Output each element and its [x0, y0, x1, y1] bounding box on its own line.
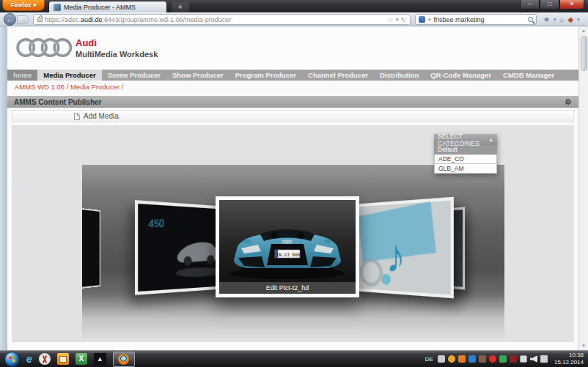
internet-explorer-icon[interactable]: e — [26, 353, 32, 365]
document-icon — [74, 113, 80, 120]
scrollbar-up-icon[interactable]: ▲ — [579, 26, 588, 35]
tray-volume-icon[interactable] — [530, 355, 537, 363]
carousel-card-center[interactable]: IN.GT 8002 Edit Pict-t2_hd — [216, 196, 359, 297]
new-tab-button[interactable]: + — [172, 2, 189, 12]
search-engine-caret-icon[interactable]: ▾ — [428, 17, 431, 23]
restore-button[interactable]: □ — [540, 0, 559, 10]
nav-item-scene-producer[interactable]: Scene Producer — [102, 70, 166, 81]
tray-app-green-icon[interactable] — [499, 355, 507, 363]
nav-item-cmdb-manager[interactable]: CMDB Manager — [497, 70, 560, 81]
bookmarks-menu-icon[interactable]: ★ — [543, 15, 550, 23]
tray-antivirus-icon[interactable] — [510, 355, 517, 363]
search-bar[interactable]: ▾ frisbee marketing — [415, 14, 537, 25]
url-domain: audi.de — [81, 16, 103, 23]
screen: Firefox ▾ Media Producer - AMMS + – □ × … — [0, 0, 588, 367]
tray-app-orange-icon[interactable] — [458, 355, 466, 363]
page-content: Audi MultiMedia Workdesk home Media Prod… — [7, 26, 578, 350]
caret-down-icon: ▾ — [33, 1, 36, 9]
nav-item-home[interactable]: home — [7, 70, 37, 81]
breadcrumb[interactable]: AMMS WD 1.06 / Media Producer / — [7, 81, 578, 93]
caret-up-icon: ▲ — [488, 137, 493, 142]
center-card-image: IN.GT 8002 — [219, 200, 356, 294]
tab-title: Media Producer - AMMS — [64, 4, 136, 11]
audi-rings-logo — [16, 35, 72, 60]
nav-item-program-producer[interactable]: Program Producer — [229, 70, 302, 81]
carousel-card-right[interactable]: ♪ — [352, 197, 454, 299]
firefox-menu-button[interactable]: Firefox ▾ — [2, 0, 45, 11]
scrollbar-down-icon[interactable]: ▼ — [579, 341, 588, 350]
firefox-taskbar-button[interactable] — [113, 352, 135, 367]
brand-subtitle: MultiMedia Workdesk — [76, 50, 158, 59]
toolbar-icons: ★ ▾ ⌂ ◆ ▾ — [543, 14, 580, 25]
browser-tab[interactable]: Media Producer - AMMS — [48, 1, 167, 12]
tray-app-red-icon[interactable] — [489, 355, 496, 363]
url-bar[interactable]: https://adec.audi.de:8443/group/amms-wd-… — [33, 14, 411, 25]
category-option-ade-co[interactable]: ADE_CO — [434, 155, 497, 164]
carousel-card-far-left[interactable] — [82, 207, 100, 290]
add-media-button[interactable]: Add Media — [12, 110, 574, 122]
addon-caret-icon[interactable]: ▾ — [577, 17, 580, 23]
nav-item-show-producer[interactable]: Show Producer — [166, 70, 229, 81]
search-icon[interactable] — [528, 17, 533, 22]
nav-item-distribution[interactable]: Distribution — [374, 70, 425, 81]
portlet-title: AMMS Content Publisher — [14, 98, 101, 106]
brand-title: Audi — [76, 37, 97, 48]
site-header: Audi MultiMedia Workdesk — [7, 26, 578, 70]
nav-item-qr-code-manager[interactable]: QR-Code Manager — [425, 70, 497, 81]
snipping-tool-icon[interactable] — [39, 353, 51, 365]
left-card-image: 450 — [138, 204, 225, 292]
tray-lock-icon[interactable] — [520, 355, 527, 363]
tray-app-gray-icon[interactable] — [479, 355, 486, 363]
start-button[interactable] — [4, 352, 20, 367]
tray-network-icon[interactable] — [540, 355, 548, 363]
category-option-glb-am[interactable]: GLB_AM — [434, 164, 497, 174]
lock-icon — [37, 18, 43, 22]
center-card-caption[interactable]: Edit Pict-t2_hd — [219, 282, 356, 294]
tray-update-icon[interactable] — [448, 355, 455, 363]
system-tray: DE 10:38 15.12.2014 — [425, 352, 586, 367]
scrollbar[interactable]: ▲ ▼ — [578, 26, 588, 350]
language-indicator[interactable]: DE — [425, 356, 433, 363]
window-controls: – □ × — [520, 0, 584, 10]
bookmark-star-icon[interactable]: ☆ — [388, 16, 394, 23]
bookmarks-caret-icon[interactable]: ▾ — [554, 17, 556, 23]
reload-icon[interactable]: ↻ — [400, 16, 406, 23]
taskbar-clock[interactable]: 10:38 15.12.2014 — [554, 352, 584, 367]
categories-dropdown-header[interactable]: SELECT CATEGORIES ▲ — [434, 134, 497, 145]
clock-time: 10:38 — [569, 352, 584, 358]
forward-button[interactable]: → — [17, 15, 29, 24]
portlet-title-bar: AMMS Content Publisher — [7, 96, 578, 108]
browser-toolbar: ← → https://adec.audi.de:8443/group/amms… — [0, 12, 588, 26]
carousel-card-left[interactable]: 450 — [135, 200, 227, 295]
clock-date: 15.12.2014 — [554, 359, 584, 366]
page-viewport: Audi MultiMedia Workdesk home Media Prod… — [0, 26, 588, 350]
right-card-image: ♪ — [354, 201, 450, 295]
minimize-button[interactable]: – — [520, 0, 540, 10]
back-button[interactable]: ← — [4, 13, 16, 26]
addon-icon[interactable]: ◆ — [568, 15, 574, 23]
excel-icon[interactable]: X — [76, 353, 87, 365]
firefox-icon — [118, 354, 129, 365]
close-button[interactable]: × — [559, 0, 584, 10]
search-input-value[interactable]: frisbee marketing — [434, 16, 485, 23]
windows-taskbar: e X ▲ DE 10:38 15.12.2014 — [0, 350, 588, 367]
tray-app-blue-icon[interactable] — [468, 355, 476, 363]
home-icon[interactable]: ⌂ — [559, 15, 564, 23]
windows-flag-icon — [9, 355, 15, 363]
url-dropdown-icon[interactable]: ▾ — [396, 17, 399, 23]
url-bar-actions: ☆ ▾ ↻ — [388, 16, 406, 23]
media-app-icon[interactable]: ▲ — [94, 353, 106, 366]
main-nav: home Media Producer Scene Producer Show … — [7, 70, 578, 81]
outlook-icon[interactable] — [57, 353, 69, 365]
browser-titlebar: Firefox ▾ Media Producer - AMMS + – □ × — [0, 0, 588, 12]
nav-item-channel-producer[interactable]: Channel Producer — [302, 70, 374, 81]
nav-item-media-producer[interactable]: Media Producer — [37, 70, 101, 81]
music-note-icon: ♪ — [386, 231, 405, 282]
scrollbar-thumb[interactable] — [581, 36, 587, 71]
left-card-label: 450 — [148, 218, 165, 231]
tray-display-icon[interactable] — [438, 355, 445, 363]
categories-dropdown: SELECT CATEGORIES ▲ Default ADE_CO GLB_A… — [434, 134, 497, 174]
gear-icon[interactable] — [565, 98, 572, 105]
license-plate: IN.GT 8002 — [276, 252, 304, 257]
search-engine-icon[interactable] — [419, 16, 425, 23]
